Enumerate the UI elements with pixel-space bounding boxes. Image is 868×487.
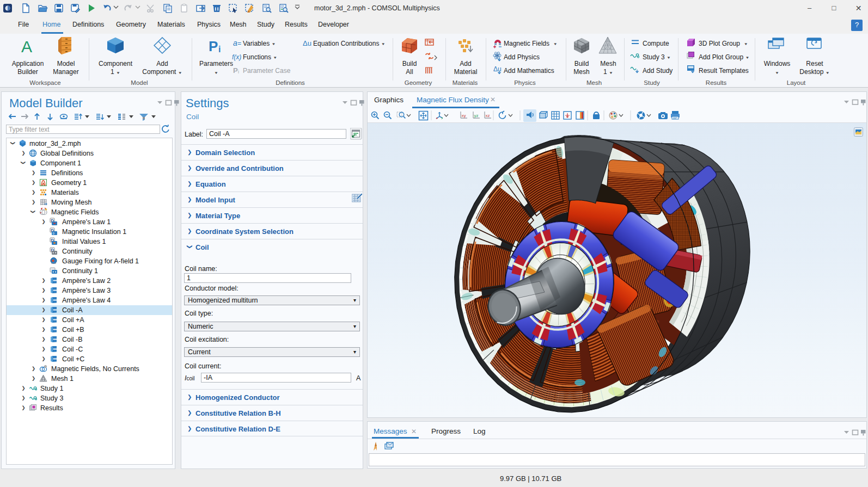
- svg-text:i: i: [238, 69, 239, 75]
- svg-text:xy: xy: [462, 113, 466, 118]
- svg-text:P: P: [209, 38, 218, 54]
- svg-text:Δu: Δu: [303, 39, 311, 47]
- svg-text:a: a: [233, 39, 237, 47]
- svg-text:=: =: [237, 40, 241, 47]
- svg-text:i: i: [218, 45, 221, 54]
- svg-text:P: P: [233, 66, 238, 75]
- svg-text:Δu: Δu: [493, 65, 502, 73]
- svg-text:yz: yz: [474, 113, 479, 118]
- svg-text:A: A: [21, 38, 32, 56]
- svg-text:xz: xz: [486, 113, 490, 118]
- svg-text:f(x): f(x): [232, 53, 241, 61]
